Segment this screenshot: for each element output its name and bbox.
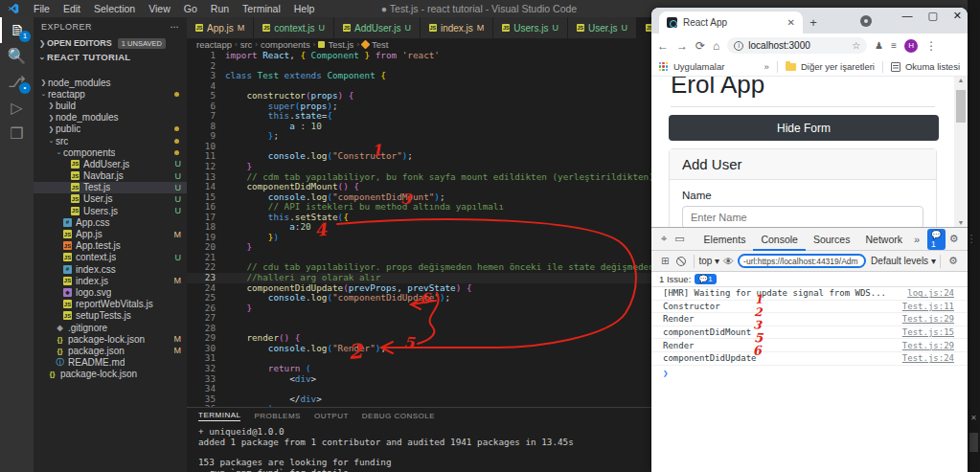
tree-item-users.js[interactable]: JSUsers.jsU (34, 205, 187, 216)
profile-avatar[interactable]: H (904, 39, 918, 53)
scroll-up-icon[interactable]: ▲ (954, 77, 968, 83)
back-icon[interactable]: ← (657, 39, 669, 53)
device-toolbar-icon[interactable]: ▭ (674, 233, 684, 245)
tree-item-reactapp[interactable]: ⌄reactapp (34, 88, 187, 100)
tab-user.js[interactable]: JSUser.jsU (568, 17, 637, 38)
tab-context.js[interactable]: JScontext.jsU (254, 17, 334, 38)
source-link[interactable]: log.js:24 (907, 288, 954, 298)
source-link[interactable]: Test.js:15 (902, 327, 954, 337)
bookmarks-overflow-icon[interactable]: » (764, 61, 769, 72)
name-input[interactable] (682, 206, 923, 227)
hide-form-button[interactable]: Hide Form (669, 115, 939, 141)
site-info-icon[interactable]: i (734, 41, 743, 51)
tree-item-navbar.js[interactable]: JSNavbar.jsU (34, 170, 187, 182)
browser-tab[interactable]: React App ✕ (659, 11, 803, 34)
tree-item-app.js[interactable]: JSApp.jsM (34, 228, 187, 239)
devtools-tab-console[interactable]: Console (753, 228, 806, 251)
new-tab-button[interactable]: + (803, 15, 824, 30)
menu-view[interactable]: View (142, 3, 177, 14)
workspace-root[interactable]: ⌄ REACT TUTORIAL (34, 50, 187, 63)
tree-item-index.css[interactable]: #index.css (34, 263, 187, 275)
gear-icon[interactable]: ⚙ (949, 233, 959, 245)
tree-item-public[interactable]: ❯public (34, 124, 187, 135)
tree-item-readme.md[interactable]: ⓘREADME.md (34, 357, 187, 369)
bookmark-apps[interactable]: Uygulamalar (673, 61, 724, 72)
clear-console-icon[interactable] (676, 257, 686, 266)
tree-item-node_modules[interactable]: ❯node_modules (34, 77, 187, 88)
reading-list[interactable]: Okuma listesi (905, 61, 960, 72)
panel-tab-debug-console[interactable]: DEBUG CONSOLE (362, 412, 435, 420)
open-editors-section[interactable]: ❯ OPEN EDITORS 1 UNSAVED (34, 36, 187, 50)
tree-item-context.js[interactable]: JScontext.jsU (34, 252, 187, 263)
tab-app.js[interactable]: JSApp.jsM (187, 17, 254, 38)
kebab-menu-icon[interactable]: ⋮ (925, 39, 937, 53)
tab-list-icon[interactable]: ≡ (891, 40, 897, 51)
reload-icon[interactable]: ⟳ (695, 39, 705, 53)
tree-item-components[interactable]: ⌄components (34, 146, 187, 158)
scrollbar-thumb[interactable] (956, 90, 966, 123)
minimize-button[interactable]: — (901, 10, 912, 22)
context-selector[interactable]: top ▾ (698, 256, 719, 266)
menu-file[interactable]: File (27, 3, 57, 14)
tree-item-package-lock.json[interactable]: {}package-lock.json (34, 369, 187, 380)
menu-terminal[interactable]: Terminal (236, 3, 287, 14)
issues-message-badge[interactable]: 💬1 (927, 229, 946, 250)
inspect-element-icon[interactable]: ⌖ (661, 233, 667, 245)
tree-item-adduser.js[interactable]: JSAddUser.jsU (34, 158, 187, 169)
more-actions-icon[interactable]: ⋯ (171, 22, 180, 32)
more-tabs-icon[interactable]: » (914, 234, 920, 245)
activity-run-debug-icon[interactable]: ▷ (0, 95, 34, 121)
panel-tab-terminal[interactable]: TERMINAL (198, 411, 240, 421)
apps-grid-icon[interactable] (659, 62, 669, 72)
issues-count-badge[interactable]: 💬1 (695, 274, 716, 284)
console-sidebar-icon[interactable]: ⊞ (661, 256, 669, 266)
tree-item-reportwebvitals.js[interactable]: JSreportWebVitals.js (34, 299, 187, 310)
console-filter-input[interactable] (738, 254, 866, 268)
tree-item-user.js[interactable]: JSUser.jsU (34, 193, 187, 205)
address-bar[interactable]: i localhost:3000 ☆ (727, 37, 867, 54)
console-settings-gear-icon[interactable]: ⚙ (948, 255, 958, 267)
log-levels-selector[interactable]: Default levels ▾ (871, 256, 936, 266)
devtools-tab-elements[interactable]: Elements (696, 228, 754, 251)
activity-search-icon[interactable]: 🔍 (0, 43, 34, 69)
tree-item-build[interactable]: ❯build (34, 100, 187, 111)
page-scrollbar[interactable]: ▲ ▼ (954, 77, 968, 227)
kebab-menu-icon[interactable]: ⋮ (967, 233, 977, 245)
breadcrumb-item[interactable]: reactapp (196, 39, 232, 50)
tree-item-app.css[interactable]: #App.css (34, 216, 187, 228)
eye-icon[interactable]: 👁 (723, 256, 734, 267)
tree-item-.gitignore[interactable]: ◈.gitignore (34, 322, 187, 333)
tree-item-setuptests.js[interactable]: JSsetupTests.js (34, 310, 187, 322)
tab-adduser.js[interactable]: JSAddUser.jsU (334, 17, 421, 38)
tree-item-package-lock.json[interactable]: {}package-lock.jsonM (34, 333, 187, 345)
browser-update-icon[interactable] (860, 15, 872, 27)
panel-tab-problems[interactable]: PROBLEMS (254, 412, 300, 420)
issues-bar[interactable]: 1 Issue: 💬1 (651, 272, 968, 287)
source-link[interactable]: Test.js:24 (902, 353, 954, 363)
devtools-tab-sources[interactable]: Sources (806, 228, 858, 251)
source-link[interactable]: Test.js:29 (902, 341, 954, 350)
console-prompt[interactable]: ❯ (651, 366, 968, 378)
devtools-tab-network[interactable]: Network (857, 228, 910, 251)
activity-extensions-icon[interactable]: ❒ (0, 121, 34, 146)
breadcrumb-item[interactable]: components (261, 39, 310, 50)
source-link[interactable]: Test.js:29 (902, 314, 954, 324)
activity-source-control-icon[interactable]: ⎇• (0, 69, 34, 95)
menu-go[interactable]: Go (177, 3, 204, 14)
other-bookmarks[interactable]: Diğer yer işaretleri (801, 61, 875, 72)
tree-item-logo.svg[interactable]: ❖logo.svg (34, 286, 187, 298)
menu-selection[interactable]: Selection (87, 3, 142, 14)
tree-item-package.json[interactable]: {}package.jsonM (34, 345, 187, 356)
bookmark-star-icon[interactable]: ☆ (852, 40, 860, 51)
maximize-button[interactable]: ▢ (927, 10, 937, 22)
home-icon[interactable]: ⌂ (713, 39, 719, 53)
close-button[interactable]: ✕ (953, 10, 962, 22)
tree-item-index.js[interactable]: JSindex.jsM (34, 275, 187, 286)
tree-item-app.test.js[interactable]: JSApp.test.js (34, 240, 187, 252)
source-link[interactable]: Test.js:11 (902, 302, 954, 311)
tree-item-node_modules[interactable]: ❯node_modules (34, 112, 187, 124)
breadcrumb-item[interactable]: src (240, 39, 253, 50)
tab-close-icon[interactable]: ✕ (787, 17, 795, 28)
tree-item-test.js[interactable]: JSTest.jsU (34, 182, 187, 193)
tree-item-src[interactable]: ⌄src (34, 135, 187, 146)
